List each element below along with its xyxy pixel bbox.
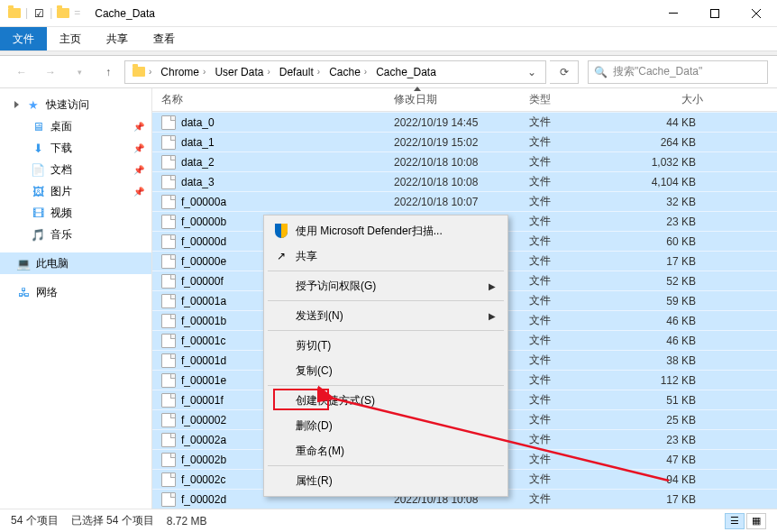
sidebar-videos[interactable]: 🎞视频	[0, 202, 151, 224]
file-size: 25 KB	[597, 414, 696, 427]
up-button[interactable]: ↑	[96, 60, 121, 85]
file-icon	[161, 215, 176, 229]
file-row[interactable]: f_00000a2022/10/18 10:07文件32 KB	[152, 191, 777, 211]
sidebar-pictures[interactable]: 🖼图片📌	[0, 180, 151, 202]
file-icon	[161, 195, 176, 209]
file-icon	[161, 393, 176, 408]
download-icon: ⬇	[31, 141, 45, 155]
sidebar-music[interactable]: 🎵音乐	[0, 224, 151, 245]
view-mode-buttons: ☰ ▦	[725, 513, 766, 529]
sidebar-quick-access[interactable]: ★快速访问	[0, 94, 151, 115]
pin-icon: 📌	[133, 187, 144, 197]
file-size: 59 KB	[597, 295, 696, 307]
share-icon: ↗	[274, 249, 288, 263]
file-row[interactable]: data_22022/10/18 10:08文件1,032 KB	[152, 151, 777, 171]
breadcrumb-label: Cache	[329, 66, 361, 78]
sidebar-item-label: 视频	[50, 206, 72, 221]
menu-share[interactable]: ↗共享	[267, 243, 505, 269]
menu-delete[interactable]: 删除(D)	[267, 413, 505, 438]
file-size: 23 KB	[597, 434, 696, 446]
view-details-button[interactable]: ☰	[725, 513, 745, 529]
file-icon	[161, 234, 176, 249]
pc-icon: 💻	[16, 256, 31, 271]
recent-dropdown[interactable]: ▾	[67, 60, 92, 85]
tab-view[interactable]: 查看	[141, 27, 187, 50]
sidebar-network[interactable]: 🖧网络	[0, 281, 151, 303]
breadcrumb-history-dropdown[interactable]: ⌄	[522, 66, 542, 78]
file-name: data_3	[181, 176, 394, 188]
file-icon	[161, 294, 176, 308]
sidebar-item-label: 音乐	[50, 227, 72, 243]
file-type: 文件	[529, 333, 597, 348]
sidebar-downloads[interactable]: ⬇下载📌	[0, 137, 151, 159]
menu-label: 共享	[296, 249, 317, 264]
menu-separator	[268, 385, 504, 386]
search-input[interactable]: 🔍 搜索"Cache_Data"	[588, 60, 768, 84]
status-item-count: 54 个项目	[11, 513, 59, 528]
context-menu: 使用 Microsoft Defender扫描... ↗共享 授予访问权限(G)…	[263, 215, 508, 497]
view-icons-button[interactable]: ▦	[746, 513, 766, 529]
sidebar-item-label: 桌面	[50, 119, 72, 134]
maximize-button[interactable]	[694, 0, 736, 27]
menu-label: 删除(D)	[296, 418, 333, 434]
file-type: 文件	[529, 154, 597, 170]
checkmark-icon[interactable]: ☑	[32, 6, 46, 21]
file-size: 17 KB	[597, 255, 696, 268]
sidebar-documents[interactable]: 📄文档📌	[0, 159, 151, 180]
back-button[interactable]: ←	[9, 60, 34, 85]
file-date: 2022/10/19 14:45	[394, 116, 529, 129]
menu-grant-access[interactable]: 授予访问权限(G)▶	[267, 273, 505, 298]
breadcrumb-root-icon[interactable]: ›	[129, 67, 155, 77]
breadcrumb-seg[interactable]: Default›	[276, 66, 324, 78]
breadcrumb-seg[interactable]: User Data›	[211, 66, 273, 78]
file-type: 文件	[529, 432, 597, 447]
file-icon	[161, 135, 176, 150]
column-name[interactable]: 名称	[161, 92, 394, 107]
file-type: 文件	[529, 115, 597, 130]
file-icon	[161, 492, 176, 507]
titlebar: | ☑ | = Cache_Data	[0, 0, 777, 27]
file-type: 文件	[529, 273, 597, 289]
file-icon	[161, 373, 176, 388]
sidebar-item-label: 文档	[50, 162, 72, 178]
breadcrumb-seg[interactable]: Chrome›	[157, 66, 209, 78]
close-button[interactable]	[736, 0, 777, 27]
menu-copy[interactable]: 复制(C)	[267, 358, 505, 383]
file-type: 文件	[529, 372, 597, 388]
file-icon	[161, 334, 176, 348]
navbar: ← → ▾ ↑ › Chrome› User Data› Default› Ca…	[0, 56, 777, 88]
status-selected-size: 8.72 MB	[167, 515, 207, 527]
file-icon	[161, 353, 176, 368]
menu-cut[interactable]: 剪切(T)	[267, 333, 505, 358]
sidebar-this-pc[interactable]: 💻此电脑	[0, 252, 151, 274]
breadcrumb-seg[interactable]: Cache›	[325, 66, 370, 78]
menu-rename[interactable]: 重命名(M)	[267, 438, 505, 463]
column-type[interactable]: 类型	[529, 92, 597, 107]
file-size: 51 KB	[597, 394, 696, 407]
tab-share[interactable]: 共享	[94, 27, 141, 50]
minimize-button[interactable]	[653, 0, 694, 27]
chevron-right-icon: ▶	[489, 281, 496, 291]
file-type: 文件	[529, 174, 597, 189]
file-icon	[161, 413, 176, 427]
menu-create-shortcut[interactable]: 创建快捷方式(S)	[267, 388, 505, 413]
file-row[interactable]: data_32022/10/18 10:08文件4,104 KB	[152, 171, 777, 191]
file-type: 文件	[529, 392, 597, 408]
column-date[interactable]: 修改日期	[394, 92, 529, 107]
tab-home[interactable]: 主页	[47, 27, 94, 50]
menu-send-to[interactable]: 发送到(N)▶	[267, 303, 505, 328]
column-size[interactable]: 大小	[597, 92, 703, 107]
menu-properties[interactable]: 属性(R)	[267, 468, 505, 493]
file-row[interactable]: data_12022/10/19 15:02文件264 KB	[152, 132, 777, 151]
breadcrumb-seg[interactable]: Cache_Data	[372, 66, 440, 78]
chevron-right-icon: ›	[317, 67, 320, 77]
breadcrumb[interactable]: › Chrome› User Data› Default› Cache› Cac…	[124, 60, 546, 84]
sidebar-item-label: 此电脑	[36, 256, 69, 271]
menu-defender-scan[interactable]: 使用 Microsoft Defender扫描...	[267, 218, 505, 243]
tab-file[interactable]: 文件	[0, 27, 47, 50]
file-row[interactable]: data_02022/10/19 14:45文件44 KB	[152, 112, 777, 132]
menu-separator	[268, 465, 504, 466]
forward-button[interactable]: →	[38, 60, 63, 85]
refresh-button[interactable]: ⟳	[550, 60, 579, 84]
sidebar-desktop[interactable]: 🖥桌面📌	[0, 115, 151, 137]
